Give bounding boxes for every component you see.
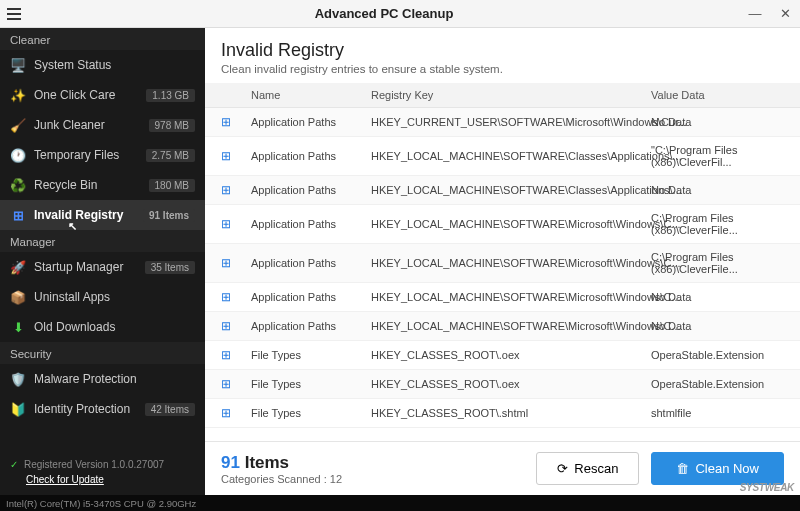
table-row[interactable]: ⊞Application PathsHKEY_LOCAL_MACHINE\SOF… xyxy=(205,137,800,176)
table-row[interactable]: ⊞Application PathsHKEY_LOCAL_MACHINE\SOF… xyxy=(205,312,800,341)
table-row[interactable]: ⊞File TypesHKEY_CLASSES_ROOT\.shtmlshtml… xyxy=(205,399,800,428)
sidebar-item-downloads[interactable]: ⬇ Old Downloads xyxy=(0,312,205,342)
row-name: Application Paths xyxy=(251,257,371,269)
close-button[interactable]: ✕ xyxy=(770,0,800,28)
sidebar-badge: 2.75 MB xyxy=(146,149,195,162)
check-icon: ✓ xyxy=(10,459,18,470)
row-key: HKEY_LOCAL_MACHINE\SOFTWARE\Microsoft\Wi… xyxy=(371,218,651,230)
row-name: Application Paths xyxy=(251,184,371,196)
col-value: Value Data xyxy=(651,89,784,101)
sidebar-item-label: Junk Cleaner xyxy=(34,118,141,132)
table-row[interactable]: ⊞Application PathsHKEY_LOCAL_MACHINE\SOF… xyxy=(205,283,800,312)
check-update-link[interactable]: Check for Update xyxy=(26,474,195,485)
table-row[interactable]: ⊞File TypesHKEY_CLASSES_ROOT\.oexOperaSt… xyxy=(205,370,800,399)
table-row[interactable]: ⊞Application PathsHKEY_LOCAL_MACHINE\SOF… xyxy=(205,205,800,244)
col-key: Registry Key xyxy=(371,89,651,101)
rescan-button[interactable]: ⟳ Rescan xyxy=(536,452,639,485)
titlebar: Advanced PC Cleanup — ✕ xyxy=(0,0,800,28)
registry-row-icon: ⊞ xyxy=(221,348,231,362)
row-name: File Types xyxy=(251,407,371,419)
row-key: HKEY_CLASSES_ROOT\.shtml xyxy=(371,407,651,419)
row-key: HKEY_LOCAL_MACHINE\SOFTWARE\Microsoft\Wi… xyxy=(371,257,651,269)
registry-icon: ⊞ xyxy=(10,207,26,223)
row-key: HKEY_CLASSES_ROOT\.oex xyxy=(371,349,651,361)
row-value: "C:\Program Files (x86)\CleverFil... xyxy=(651,144,784,168)
page-title: Invalid Registry xyxy=(221,40,784,61)
row-value: No Data xyxy=(651,320,784,332)
sidebar: Cleaner 🖥️ System Status ✨ One Click Car… xyxy=(0,28,205,495)
row-name: Application Paths xyxy=(251,150,371,162)
col-name: Name xyxy=(251,89,371,101)
recycle-icon: ♻️ xyxy=(10,177,26,193)
row-value: OperaStable.Extension xyxy=(651,349,784,361)
registry-row-icon: ⊞ xyxy=(221,406,231,420)
table-row[interactable]: ⊞Application PathsHKEY_CURRENT_USER\SOFT… xyxy=(205,108,800,137)
sidebar-badge: 35 Items xyxy=(145,261,195,274)
section-manager: Manager xyxy=(0,230,205,252)
shield-icon: 🛡️ xyxy=(10,371,26,387)
statusbar: Intel(R) Core(TM) i5-3470S CPU @ 2.90GHz xyxy=(0,495,800,511)
minimize-button[interactable]: — xyxy=(740,0,770,28)
sidebar-item-label: Invalid Registry xyxy=(34,208,135,222)
sidebar-item-label: Old Downloads xyxy=(34,320,195,334)
table-row[interactable]: ⊞Application PathsHKEY_LOCAL_MACHINE\SOF… xyxy=(205,176,800,205)
cpu-info: Intel(R) Core(TM) i5-3470S CPU @ 2.90GHz xyxy=(6,498,196,509)
row-value: No Data xyxy=(651,184,784,196)
sidebar-item-temp[interactable]: 🕐 Temporary Files 2.75 MB xyxy=(0,140,205,170)
row-name: File Types xyxy=(251,378,371,390)
sidebar-item-identity[interactable]: 🔰 Identity Protection 42 Items xyxy=(0,394,205,424)
registry-row-icon: ⊞ xyxy=(221,256,231,270)
sidebar-item-label: Recycle Bin xyxy=(34,178,141,192)
sidebar-item-startup[interactable]: 🚀 Startup Manager 35 Items xyxy=(0,252,205,282)
registry-row-icon: ⊞ xyxy=(221,115,231,129)
footer-bar: 91 Items Categories Scanned : 12 ⟳ Resca… xyxy=(205,441,800,495)
rocket-icon: 🚀 xyxy=(10,259,26,275)
item-count: 91 Items xyxy=(221,453,524,473)
sidebar-badge: 1.13 GB xyxy=(146,89,195,102)
sidebar-item-registry[interactable]: ⊞ Invalid Registry 91 Items ↖ xyxy=(0,200,205,230)
sidebar-item-uninstall[interactable]: 📦 Uninstall Apps xyxy=(0,282,205,312)
refresh-icon: ⟳ xyxy=(557,461,568,476)
row-value: No Data xyxy=(651,116,784,128)
watermark: SYSTWEAK xyxy=(740,482,794,493)
registry-row-icon: ⊞ xyxy=(221,183,231,197)
box-icon: 📦 xyxy=(10,289,26,305)
sidebar-item-label: Identity Protection xyxy=(34,402,137,416)
sidebar-item-label: Temporary Files xyxy=(34,148,138,162)
registry-row-icon: ⊞ xyxy=(221,319,231,333)
sidebar-item-one-click[interactable]: ✨ One Click Care 1.13 GB xyxy=(0,80,205,110)
table-body[interactable]: ⊞Application PathsHKEY_CURRENT_USER\SOFT… xyxy=(205,108,800,441)
clock-icon: 🕐 xyxy=(10,147,26,163)
row-name: Application Paths xyxy=(251,320,371,332)
clean-now-button[interactable]: 🗑 Clean Now xyxy=(651,452,784,485)
page-subtitle: Clean invalid registry entries to ensure… xyxy=(221,63,784,75)
section-cleaner: Cleaner xyxy=(0,28,205,50)
wand-icon: ✨ xyxy=(10,87,26,103)
sidebar-item-label: Malware Protection xyxy=(34,372,195,386)
row-value: No Data xyxy=(651,291,784,303)
row-key: HKEY_CLASSES_ROOT\.oex xyxy=(371,378,651,390)
categories-scanned: Categories Scanned : 12 xyxy=(221,473,524,485)
table-row[interactable]: ⊞File TypesHKEY_CLASSES_ROOT\.oexOperaSt… xyxy=(205,341,800,370)
sidebar-item-system-status[interactable]: 🖥️ System Status xyxy=(0,50,205,80)
app-title: Advanced PC Cleanup xyxy=(28,6,740,21)
menu-icon[interactable] xyxy=(0,0,28,28)
row-value: shtmlfile xyxy=(651,407,784,419)
sidebar-badge: 91 Items xyxy=(143,209,195,222)
rescan-label: Rescan xyxy=(574,461,618,476)
sidebar-item-malware[interactable]: 🛡️ Malware Protection xyxy=(0,364,205,394)
row-name: Application Paths xyxy=(251,218,371,230)
table-header: Name Registry Key Value Data xyxy=(205,83,800,108)
identity-icon: 🔰 xyxy=(10,401,26,417)
item-count-num: 91 xyxy=(221,453,240,472)
registry-row-icon: ⊞ xyxy=(221,149,231,163)
sidebar-item-junk[interactable]: 🧹 Junk Cleaner 978 MB xyxy=(0,110,205,140)
row-key: HKEY_LOCAL_MACHINE\SOFTWARE\Microsoft\Wi… xyxy=(371,320,651,332)
table-row[interactable]: ⊞Application PathsHKEY_LOCAL_MACHINE\SOF… xyxy=(205,244,800,283)
trash-icon: 🗑 xyxy=(676,461,689,476)
registry-row-icon: ⊞ xyxy=(221,290,231,304)
sidebar-badge: 180 MB xyxy=(149,179,195,192)
download-icon: ⬇ xyxy=(10,319,26,335)
sidebar-item-recycle[interactable]: ♻️ Recycle Bin 180 MB xyxy=(0,170,205,200)
row-value: C:\Program Files (x86)\CleverFile... xyxy=(651,251,784,275)
